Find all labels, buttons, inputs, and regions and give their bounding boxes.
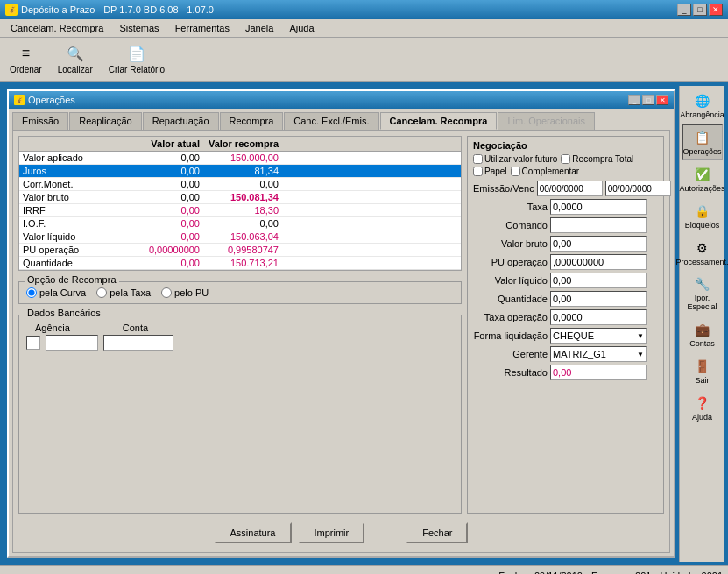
app-icon: 💰: [5, 4, 18, 16]
criar-relatorio-button[interactable]: 📄 Criar Relatório: [104, 41, 169, 77]
valor-bruto-input[interactable]: [550, 236, 647, 252]
data-table: Valor atual Valor recompra Valor aplicad…: [18, 136, 462, 271]
processamento-label: Processament.: [675, 259, 728, 267]
conta-header: Conta: [123, 322, 148, 333]
dados-bancarios-title: Dados Bancários: [25, 308, 103, 318]
forma-liquidacao-arrow: ▼: [637, 332, 644, 340]
assinatura-button[interactable]: Assinatura: [215, 522, 292, 543]
emissao-input[interactable]: [537, 181, 603, 196]
banco-selector[interactable]: [26, 336, 40, 350]
imprimir-button[interactable]: Imprimir: [299, 522, 365, 543]
tab-reaplicacao[interactable]: Reaplicação: [69, 112, 142, 130]
menu-cancelam-recompra[interactable]: Cancelam. Recompra: [4, 21, 110, 35]
forma-liquidacao-value: CHEQUE: [553, 330, 594, 341]
table-row: Valor aplicado 0,00 150.000,00: [19, 152, 461, 165]
sidebar-autorizacoes[interactable]: ✅ Autorizações: [682, 161, 723, 197]
table-row[interactable]: Juros 0,00 81,34: [19, 165, 461, 178]
checkbox-recompra-total[interactable]: Recompra Total: [561, 154, 633, 164]
tab-canc-excl-emis[interactable]: Canc. Excl./Emis.: [284, 112, 378, 130]
forma-liquidacao-label: Forma liquidação: [473, 330, 548, 341]
gerente-dropdown[interactable]: MATRIZ_G1 ▼: [550, 346, 647, 362]
quantidade-label: Quantidade: [473, 294, 548, 304]
sidebar-processamento[interactable]: ⚙ Processament.: [682, 235, 723, 271]
inner-window-title: Operações: [28, 95, 75, 105]
table-row: Quantidade 0,00 150.713,21: [19, 257, 461, 270]
checkbox-utilizar-valor-futuro[interactable]: Utilizar valor futuro: [473, 154, 557, 164]
inner-minimize-button[interactable]: _: [628, 95, 640, 105]
sidebar-ajuda[interactable]: ❓ Ajuda: [682, 390, 723, 426]
localizar-button[interactable]: 🔍 Localizar: [53, 41, 97, 77]
autorizacoes-icon: ✅: [692, 165, 713, 184]
menu-ferramentas[interactable]: Ferramentas: [168, 21, 237, 35]
venc-input[interactable]: [605, 181, 671, 196]
conta-input[interactable]: [103, 335, 173, 351]
valor-liquido-input[interactable]: [550, 273, 647, 288]
col-valor-atual: Valor atual: [124, 137, 203, 151]
pu-operacao-input[interactable]: [550, 254, 647, 270]
close-button[interactable]: ✕: [709, 4, 723, 16]
maximize-button[interactable]: □: [693, 4, 707, 16]
radio-pelo-pu[interactable]: pelo PU: [161, 287, 209, 298]
tab-repactuacao[interactable]: Repactuação: [143, 112, 219, 130]
sidebar-sair[interactable]: 🚪 Sair: [682, 353, 723, 389]
gerente-value: MATRIZ_G1: [553, 349, 606, 359]
ordenar-button[interactable]: ≡ Ordenar: [5, 41, 46, 77]
menu-ajuda[interactable]: Ajuda: [282, 21, 321, 35]
sair-icon: 🚪: [692, 357, 713, 376]
fechar-button[interactable]: Fechar: [406, 522, 468, 543]
contas-icon: 💼: [692, 320, 713, 339]
negociacao-title: Negociação: [473, 140, 658, 151]
sidebar-bloqueios[interactable]: 🔒 Bloqueios: [682, 198, 723, 234]
minimize-button[interactable]: _: [677, 4, 691, 16]
sidebar-ipor-especial[interactable]: 🔧 Ipor. Especial: [682, 271, 723, 315]
comando-label: Comando: [473, 220, 548, 230]
sidebar-abrangencia[interactable]: 🌐 Abrangência: [682, 88, 723, 124]
criar-relatorio-label: Criar Relatório: [109, 65, 165, 74]
fech-value: 09/11/2010: [534, 570, 583, 575]
tab-lim-operacionais: Lim. Operacionais: [498, 112, 595, 130]
comando-input[interactable]: [550, 217, 647, 233]
checkbox-complementar[interactable]: Complementar: [511, 167, 580, 176]
radio-pela-curva[interactable]: pela Curva: [26, 287, 86, 298]
agencia-input[interactable]: [46, 335, 98, 351]
bloqueios-label: Bloqueios: [685, 222, 720, 230]
status-bar: Fech.: 09/11/2010 Empresa: 001 Unidade: …: [0, 565, 728, 574]
quantidade-input[interactable]: [550, 291, 647, 307]
inner-maximize-button[interactable]: □: [642, 95, 654, 105]
menu-sistemas[interactable]: Sistemas: [112, 21, 166, 35]
menu-janela[interactable]: Janela: [238, 21, 280, 35]
abrangencia-icon: 🌐: [692, 91, 713, 110]
autorizacoes-label: Autorizações: [679, 185, 724, 194]
table-row: IRRF 0,00 18,30: [19, 204, 461, 217]
title-bar-buttons: _ □ ✕: [677, 4, 723, 16]
tab-recompra[interactable]: Recompra: [220, 112, 284, 130]
taxa-operacao-input[interactable]: [550, 309, 647, 325]
app-title: Depósito a Prazo - DP 1.7.0 BD 6.08 - 1.…: [21, 4, 214, 15]
buttons-row: Assinatura Imprimir Fechar: [18, 517, 664, 547]
valor-bruto-label: Valor bruto: [473, 238, 548, 249]
forma-liquidacao-dropdown[interactable]: CHEQUE ▼: [550, 328, 647, 344]
sidebar-operacoes[interactable]: 📋 Operações: [682, 124, 723, 160]
tab-cancelam-recompra[interactable]: Cancelam. Recompra: [380, 112, 498, 130]
sidebar-contas[interactable]: 💼 Contas: [682, 316, 723, 352]
pu-operacao-label: PU operação: [473, 257, 548, 267]
table-row: PU operação 0,00000000 0,99580747: [19, 244, 461, 257]
col-valor-recompra: Valor recompra: [203, 137, 282, 151]
table-row: I.O.F. 0,00 0,00: [19, 217, 461, 230]
tab-content: Valor atual Valor recompra Valor aplicad…: [12, 130, 670, 553]
opcao-recompra-group: Opção de Recompra pela Curva pela Taxa p…: [18, 281, 462, 304]
inner-window-icon: 💰: [14, 95, 25, 105]
taxa-input[interactable]: [550, 199, 647, 215]
bloqueios-icon: 🔒: [692, 202, 713, 221]
emissao-venc-label: Emissão/Venc: [473, 183, 534, 194]
ipor-especial-label: Ipor. Especial: [685, 294, 720, 312]
toolbar: ≡ Ordenar 🔍 Localizar 📄 Criar Relatório: [0, 38, 728, 82]
table-row: Valor líquido 0,00 150.063,04: [19, 230, 461, 244]
checkbox-papel[interactable]: Papel: [473, 167, 507, 176]
fech-label: Fech.:: [498, 570, 526, 575]
tab-emissao[interactable]: Emissão: [12, 112, 68, 130]
inner-close-button[interactable]: ✕: [656, 95, 668, 105]
resultado-input[interactable]: [550, 365, 647, 380]
valor-liquido-label: Valor líquido: [473, 275, 548, 286]
radio-pela-taxa[interactable]: pela Taxa: [96, 287, 151, 298]
